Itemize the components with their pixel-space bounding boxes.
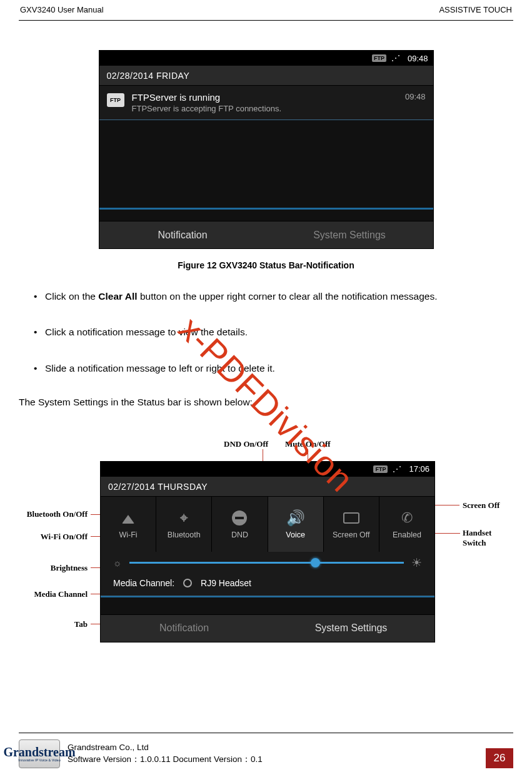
- bullet-item: Slide a notification message to left or …: [19, 361, 513, 375]
- divider: [99, 208, 433, 210]
- toggle-dnd[interactable]: DND: [212, 497, 268, 552]
- bottom-tabs: Notification System Settings: [99, 221, 433, 248]
- label: Bluetooth: [168, 531, 201, 539]
- handset-icon: ✆: [397, 509, 417, 527]
- header-rule: [19, 20, 513, 21]
- ftp-status-icon: FTP: [372, 54, 386, 62]
- notification-subtitle: FTPServer is accepting FTP connections.: [132, 104, 282, 113]
- screenshot-system-settings: FTP 17:06 02/27/2014 THURSDAY Wi-Fi ⌖ Bl…: [100, 461, 435, 642]
- quick-settings-row: Wi-Fi ⌖ Bluetooth DND 🔊 Voice Screen Off: [101, 497, 434, 552]
- label: DND: [231, 531, 248, 539]
- tab-notification[interactable]: Notification: [101, 615, 268, 642]
- footer-rule: [19, 733, 513, 733]
- tab-system-settings[interactable]: System Settings: [266, 221, 433, 248]
- bullet-item: Click on the Clear All button on the upp…: [19, 289, 513, 303]
- screenshot2-container: DND On/Off Mute On/Off Bluetooth On/Off …: [19, 439, 513, 658]
- status-clock: 17:06: [409, 464, 429, 474]
- callout-brightness: Brightness: [13, 563, 88, 573]
- footer-version: Software Version：1.0.0.11 Document Versi…: [68, 754, 263, 766]
- text: button on the upper right corner to clea…: [138, 291, 438, 302]
- divider: [101, 596, 434, 597]
- status-clock: 09:48: [408, 54, 428, 63]
- footer-text: Grandstream Co., Ltd Software Version：1.…: [68, 742, 263, 766]
- toggle-bluetooth[interactable]: ⌖ Bluetooth: [156, 497, 212, 552]
- label: Enabled: [393, 531, 421, 539]
- callout-dnd: DND On/Off: [224, 439, 268, 449]
- page-footer: Grandstream Innovative IP Voice & Video …: [19, 739, 513, 768]
- page-number: 26: [486, 748, 513, 768]
- header-left: GXV3240 User Manual: [20, 5, 104, 14]
- toggle-enabled[interactable]: ✆ Enabled: [379, 497, 434, 552]
- notification-body: FTPServer is running FTPServer is accept…: [132, 92, 282, 113]
- callout-media: Media Channel: [6, 589, 88, 599]
- wifi-icon: [118, 509, 138, 527]
- text: Click on the: [45, 291, 98, 302]
- label: Screen Off: [333, 531, 370, 539]
- brightness-low-icon: ☼: [113, 557, 122, 568]
- tab-system-settings[interactable]: System Settings: [268, 615, 434, 642]
- brightness-high-icon: ☀: [411, 556, 422, 570]
- brightness-slider[interactable]: [129, 562, 404, 564]
- media-channel-row: Media Channel: RJ9 Headset: [101, 574, 434, 596]
- header-right: ASSISTIVE TOUCH: [439, 5, 512, 14]
- bottom-tabs: Notification System Settings: [101, 614, 434, 642]
- status-bar: FTP 17:06: [101, 462, 434, 477]
- bullet-item: Click a notification message to view the…: [19, 325, 513, 339]
- callout-wifi: Wi-Fi On/Off: [13, 532, 88, 542]
- toggle-voice[interactable]: 🔊 Voice: [268, 497, 324, 552]
- callout-screen-off: Screen Off: [463, 500, 499, 510]
- page-header: GXV3240 User Manual ASSISTIVE TOUCH: [20, 5, 512, 14]
- bluetooth-icon: ⌖: [174, 509, 194, 527]
- label: Voice: [286, 531, 305, 539]
- notification-title: FTPServer is running: [132, 92, 282, 103]
- screenshot-notification-panel: FTP 09:48 02/28/2014 FRIDAY FTP FTPServe…: [99, 50, 434, 249]
- notification-time: 09:48: [405, 92, 426, 101]
- status-bar: FTP 09:48: [99, 51, 433, 66]
- figure-caption: Figure 12 GXV3240 Status Bar-Notificatio…: [19, 260, 513, 270]
- callout-bluetooth: Bluetooth On/Off: [0, 509, 88, 519]
- page-content: FTP 09:48 02/28/2014 FRIDAY FTP FTPServe…: [19, 44, 513, 658]
- screen-off-icon: [341, 509, 361, 527]
- tab-notification[interactable]: Notification: [99, 221, 266, 248]
- signal-icon: [391, 54, 403, 62]
- signal-icon: [393, 465, 404, 473]
- callout-handset: Handset Switch: [463, 528, 500, 548]
- toggle-wifi[interactable]: Wi-Fi: [101, 497, 156, 552]
- callout-mute: Mute On/Off: [285, 439, 331, 449]
- logo-tagline: Innovative IP Voice & Video: [18, 758, 60, 762]
- date-bar: 02/28/2014 FRIDAY: [99, 66, 433, 86]
- media-label: Media Channel:: [113, 578, 174, 588]
- date-bar: 02/27/2014 THURSDAY: [101, 477, 434, 497]
- media-value: RJ9 Headset: [201, 578, 251, 588]
- logo-text: Grandstream: [3, 746, 75, 758]
- bullet-list: Click on the Clear All button on the upp…: [19, 289, 513, 375]
- grandstream-logo: Grandstream Innovative IP Voice & Video: [19, 739, 60, 768]
- notification-row[interactable]: FTP FTPServer is running FTPServer is ac…: [99, 86, 433, 120]
- ftp-status-icon: FTP: [373, 465, 388, 473]
- toggle-screen-off[interactable]: Screen Off: [324, 497, 379, 552]
- voice-icon: 🔊: [286, 509, 306, 527]
- callout-tab: Tab: [44, 619, 88, 629]
- footer-company: Grandstream Co., Ltd: [68, 742, 263, 754]
- label: Wi-Fi: [119, 531, 138, 539]
- radio-icon[interactable]: [183, 579, 192, 587]
- dnd-icon: [229, 509, 249, 527]
- paragraph: The System Settings in the Status bar is…: [19, 397, 513, 408]
- bold-text: Clear All: [98, 291, 137, 302]
- ftp-icon: FTP: [107, 93, 124, 107]
- brightness-slider-row: ☼ ☀: [101, 552, 434, 574]
